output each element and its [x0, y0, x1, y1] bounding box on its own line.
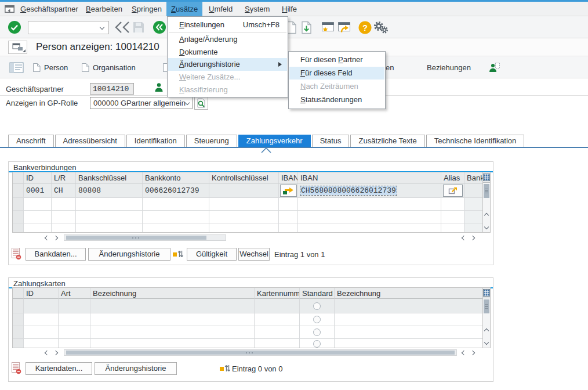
continue-icon[interactable] — [8, 20, 21, 34]
column-header-id[interactable]: ID — [24, 172, 52, 183]
scroll-right-icon[interactable] — [53, 351, 58, 355]
menu-geschaeftspartner[interactable]: Geschäftspartner — [16, 2, 83, 16]
scrollbar-thumb[interactable] — [66, 236, 206, 240]
expand-toggle-icon[interactable] — [172, 248, 183, 259]
page-down-icon[interactable] — [301, 21, 312, 34]
help-icon[interactable]: ? — [358, 21, 372, 34]
person-button[interactable]: Person — [32, 60, 68, 74]
tab-adressuebersicht[interactable]: Adressübersicht — [55, 135, 125, 147]
bank-horizontal-scrollbar[interactable] — [64, 234, 226, 241]
menu-springen[interactable]: Springen — [127, 2, 166, 16]
cards-scroll-left-right[interactable] — [45, 349, 57, 356]
menu-item-einstellungen[interactable]: EinstellungenUmsch+F8 — [168, 19, 287, 31]
column-header-bank[interactable]: Bank — [464, 172, 483, 183]
submenu-item-statusaenderungen[interactable]: Statusänderungen — [289, 93, 384, 106]
organisation-button[interactable]: Organisation — [81, 60, 136, 74]
tab-status[interactable]: Status — [312, 135, 350, 147]
standard-radio[interactable] — [313, 328, 321, 336]
column-header-iban-icon[interactable]: IBAN — [279, 172, 298, 183]
command-field[interactable] — [28, 21, 109, 34]
gueltigkeit-button[interactable]: Gültigkeit — [187, 248, 237, 261]
cell-lr[interactable]: CH — [52, 183, 76, 198]
column-header-bankschluessel[interactable]: Bankschlüssel — [76, 172, 143, 183]
locator-icon[interactable] — [9, 60, 24, 74]
bank-vertical-scrollbar[interactable] — [482, 172, 491, 233]
cell-bank[interactable] — [464, 183, 483, 198]
tab-zusaetzliche-texte[interactable]: Zusätzliche Texte — [350, 135, 424, 147]
system-menu-icon[interactable] — [5, 5, 14, 13]
column-header-selector[interactable] — [13, 288, 24, 299]
expand-toggle-icon[interactable] — [219, 363, 230, 373]
row-selector[interactable] — [13, 313, 24, 326]
bankdaten-button[interactable]: Bankdaten... — [26, 248, 86, 261]
column-header-alias[interactable]: Alias — [441, 172, 464, 183]
tab-zahlungsverkehr[interactable]: Zahlungsverkehr — [238, 135, 311, 147]
scroll-up-icon[interactable] — [483, 326, 490, 335]
create-shortcut-icon[interactable] — [337, 21, 351, 34]
menu-zusaetze[interactable]: Zusätze — [166, 2, 202, 16]
scroll-up-icon[interactable] — [483, 211, 490, 220]
tab-technische-identifikation[interactable]: Technische Identifikation — [426, 135, 525, 147]
tab-anschrift[interactable]: Anschrift — [8, 135, 54, 147]
standard-radio[interactable] — [313, 316, 321, 323]
cards-column-pager[interactable] — [462, 349, 474, 356]
column-header-standard[interactable]: Standard — [300, 288, 335, 299]
row-selector[interactable] — [13, 198, 24, 211]
bank-column-pager[interactable] — [462, 234, 474, 241]
column-header-id[interactable]: ID — [24, 288, 59, 299]
window-layout-icon[interactable] — [8, 41, 27, 54]
exit-icon[interactable] — [153, 20, 166, 34]
standard-radio[interactable] — [313, 340, 321, 348]
kartendaten-button[interactable]: Kartendaten... — [26, 362, 92, 375]
menu-item-aenderungshistorie[interactable]: Änderungshistorie — [168, 58, 287, 71]
row-selector[interactable] — [13, 299, 24, 313]
scroll-down-icon[interactable] — [483, 222, 490, 232]
scrollbar-thumb[interactable] — [484, 184, 489, 198]
scroll-left-icon[interactable] — [462, 351, 466, 355]
wechsel-button[interactable]: Wechsel — [238, 248, 270, 261]
customize-icon[interactable] — [373, 21, 389, 34]
scroll-right-icon[interactable] — [470, 236, 475, 240]
cell-kontrollschluessel[interactable] — [209, 183, 279, 198]
bank-scroll-left-right[interactable] — [45, 234, 57, 241]
column-header-bankkonto[interactable]: Bankkonto — [143, 172, 209, 183]
column-header-art[interactable]: Art — [59, 288, 90, 299]
menu-item-anlage-aenderung[interactable]: Anlage/Änderung — [168, 33, 287, 46]
row-selector[interactable] — [13, 223, 24, 233]
back-icon[interactable] — [114, 21, 132, 34]
new-session-icon[interactable] — [321, 21, 335, 34]
scroll-right-icon[interactable] — [53, 236, 58, 240]
iban-value[interactable]: CH5680808006626012739 — [300, 186, 397, 195]
column-header-iban[interactable]: IBAN — [298, 172, 441, 183]
submenu-item-fuer-dieses-feld[interactable]: Für dieses Feld — [289, 67, 384, 80]
menu-system[interactable]: System — [240, 2, 274, 16]
covered-button-fragment[interactable]: en — [386, 60, 394, 74]
cell-bankkonto[interactable]: 006626012739 — [143, 183, 209, 198]
standard-radio[interactable] — [313, 302, 321, 310]
beziehungen-button[interactable]: Beziehungen — [427, 60, 471, 74]
column-header-bezeichnung-2[interactable]: Bezeichnung — [335, 288, 483, 299]
row-selector[interactable] — [13, 339, 24, 348]
scroll-left-icon[interactable] — [462, 236, 466, 240]
row-selector[interactable] — [13, 183, 24, 198]
menu-umfeld[interactable]: Umfeld — [204, 2, 237, 16]
row-selector[interactable] — [13, 326, 24, 339]
row-selector[interactable] — [13, 211, 24, 223]
scroll-left-icon[interactable] — [45, 236, 49, 240]
menu-item-dokumente[interactable]: Dokumente — [168, 46, 287, 59]
scrollbar-thumb[interactable] — [66, 351, 455, 355]
column-header-kartennummer[interactable]: Kartennummer — [255, 288, 300, 299]
iban-display-icon[interactable] — [280, 185, 297, 197]
scroll-left-icon[interactable] — [45, 351, 49, 355]
role-detail-icon[interactable] — [194, 96, 208, 110]
cards-horizontal-scrollbar[interactable] — [64, 349, 457, 356]
menu-hilfe[interactable]: Hilfe — [277, 2, 302, 16]
tab-identifikation[interactable]: Identifikation — [126, 135, 185, 147]
column-header-lr[interactable]: L/R — [52, 172, 76, 183]
tab-steuerung[interactable]: Steuerung — [186, 135, 237, 147]
delete-entry-icon[interactable] — [12, 362, 21, 374]
scroll-right-icon[interactable] — [470, 351, 475, 355]
alias-create-icon[interactable] — [443, 185, 463, 197]
menu-bearbeiten[interactable]: Bearbeiten — [81, 2, 127, 16]
delete-entry-icon[interactable] — [12, 248, 21, 260]
